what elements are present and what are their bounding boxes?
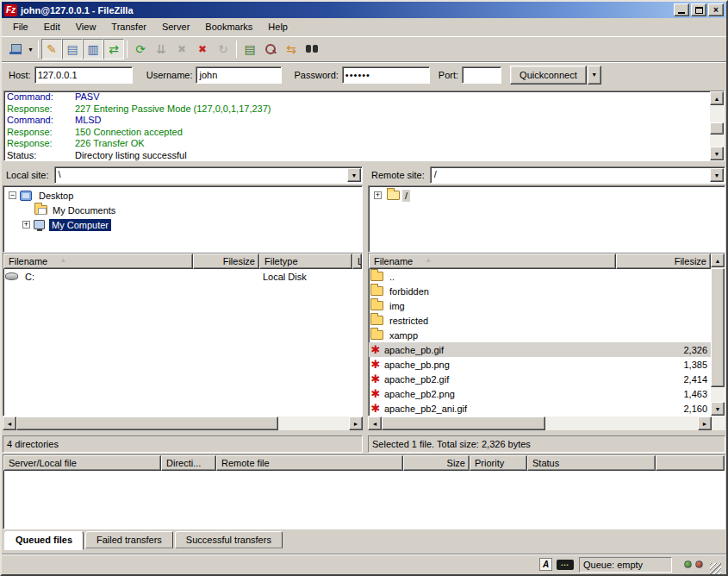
directory-comparison-button[interactable] bbox=[260, 39, 281, 59]
toggle-remote-tree-button[interactable]: ▥ bbox=[83, 39, 103, 59]
column-header-filetype[interactable]: Filetype bbox=[259, 254, 352, 269]
log-vertical-scrollbar[interactable]: ▲ ▼ bbox=[710, 91, 724, 160]
tree-item-desktop[interactable]: − Desktop bbox=[3, 188, 362, 203]
image-file-icon: ✱ bbox=[369, 404, 383, 413]
toolbar: ▼ ✎ ▤ ▥ ⇄ ⟳ ⇊ ✖ ✖ ↻ ▤ ⇆ bbox=[2, 36, 726, 61]
local-file-list[interactable]: Filename▲ Filesize Filetype L C: Local D… bbox=[3, 253, 363, 416]
file-lists: Filename▲ Filesize Filetype L C: Local D… bbox=[2, 253, 726, 416]
menu-edit[interactable]: Edit bbox=[36, 19, 68, 34]
tab-queued-files[interactable]: Queued files bbox=[4, 531, 84, 550]
password-input[interactable] bbox=[342, 66, 430, 84]
reconnect-icon: ↻ bbox=[218, 43, 228, 55]
disconnect-button[interactable]: ✖ bbox=[192, 39, 213, 59]
column-header-status[interactable]: Status bbox=[527, 455, 656, 471]
scroll-down-icon[interactable]: ▼ bbox=[711, 402, 725, 416]
remote-site-combo-arrow[interactable]: ▼ bbox=[710, 168, 724, 182]
scrollbar-thumb[interactable] bbox=[16, 416, 278, 430]
remote-dir-row[interactable]: img bbox=[369, 298, 711, 313]
filter-button[interactable]: ▤ bbox=[240, 39, 260, 59]
local-site-combo[interactable]: \ ▼ bbox=[54, 166, 363, 184]
scroll-up-icon[interactable]: ▲ bbox=[710, 91, 724, 105]
maximize-button[interactable] bbox=[691, 3, 706, 16]
quickconnect-dropdown[interactable]: ▼ bbox=[588, 66, 601, 85]
column-header-filesize[interactable]: Filesize bbox=[616, 254, 711, 269]
column-header-server-local-file[interactable]: Server/Local file bbox=[3, 455, 161, 471]
expand-icon[interactable]: + bbox=[22, 221, 30, 229]
menu-help[interactable]: Help bbox=[260, 19, 296, 34]
remote-site-combo[interactable]: / ▼ bbox=[430, 166, 725, 184]
process-queue-button[interactable]: ⇊ bbox=[151, 39, 171, 59]
quickconnect-button[interactable]: Quickconnect bbox=[510, 66, 587, 85]
transfer-queue[interactable]: Server/Local file Directi... Remote file… bbox=[3, 454, 725, 529]
site-manager-dropdown[interactable]: ▼ bbox=[26, 40, 35, 59]
remote-file-row[interactable]: ✱apache_pb2.png1,463 bbox=[369, 386, 711, 401]
port-input[interactable] bbox=[462, 66, 501, 84]
remote-directory-tree[interactable]: + / bbox=[368, 185, 725, 253]
remote-dir-row[interactable]: restricted bbox=[369, 313, 711, 328]
local-site-combo-arrow[interactable]: ▼ bbox=[347, 168, 361, 182]
column-header-filename[interactable]: Filename▲ bbox=[369, 254, 616, 269]
resize-grip[interactable] bbox=[710, 563, 721, 574]
message-log[interactable]: Command:PASV Response:227 Entering Passi… bbox=[3, 91, 725, 161]
scroll-right-icon[interactable]: ► bbox=[698, 416, 712, 430]
title-bar[interactable]: Fz john@127.0.0.1 - FileZilla × bbox=[2, 2, 726, 18]
column-header-last-modified[interactable]: L bbox=[352, 254, 362, 269]
desktop-icon bbox=[20, 191, 32, 201]
cancel-icon: ✖ bbox=[177, 44, 186, 54]
scrollbar-thumb[interactable] bbox=[711, 268, 725, 387]
tree-item-root[interactable]: + / bbox=[369, 188, 725, 203]
remote-dir-row[interactable]: .. bbox=[369, 269, 711, 284]
remote-file-row[interactable]: ✱apache_pb2_ani.gif2,160 bbox=[369, 401, 711, 416]
menu-server[interactable]: Server bbox=[154, 19, 197, 34]
host-input[interactable] bbox=[34, 66, 133, 84]
toggle-message-log-button[interactable]: ✎ bbox=[41, 39, 62, 59]
column-header-filesize[interactable]: Filesize bbox=[193, 254, 259, 269]
local-horizontal-scrollbar[interactable]: ◄ ► bbox=[3, 416, 363, 430]
cancel-operation-button[interactable]: ✖ bbox=[171, 39, 192, 59]
close-button[interactable]: × bbox=[708, 3, 724, 16]
username-input[interactable] bbox=[196, 66, 282, 84]
scroll-left-icon[interactable]: ◄ bbox=[368, 416, 382, 430]
scroll-right-icon[interactable]: ► bbox=[349, 416, 363, 430]
tree-item-my-documents[interactable]: My Documents bbox=[3, 203, 362, 217]
column-header-direction[interactable]: Directi... bbox=[161, 455, 216, 471]
remote-list-vertical-scrollbar[interactable]: ▲ ▼ bbox=[711, 254, 725, 416]
scroll-down-icon[interactable]: ▼ bbox=[710, 147, 724, 160]
remote-file-row[interactable]: ✱apache_pb2.gif2,414 bbox=[369, 372, 711, 386]
minimize-button[interactable] bbox=[674, 3, 689, 16]
refresh-button[interactable]: ⟳ bbox=[130, 39, 151, 59]
menu-file[interactable]: File bbox=[5, 19, 36, 34]
column-header-size[interactable]: Size bbox=[403, 455, 470, 471]
speed-limit-icon: ••• bbox=[557, 560, 574, 570]
remote-dir-row[interactable]: xampp bbox=[369, 328, 711, 342]
collapse-icon[interactable]: − bbox=[9, 191, 16, 199]
local-file-row[interactable]: C: Local Disk bbox=[3, 269, 362, 284]
tab-failed-transfers[interactable]: Failed transfers bbox=[85, 531, 173, 548]
remote-file-list[interactable]: Filename▲ Filesize .. forbidden img rest… bbox=[368, 253, 725, 416]
column-header-remote-file[interactable]: Remote file bbox=[216, 455, 403, 471]
toggle-local-tree-button[interactable]: ▤ bbox=[62, 39, 83, 59]
tab-successful-transfers[interactable]: Successful transfers bbox=[175, 531, 283, 548]
remote-horizontal-scrollbar[interactable]: ◄ ► bbox=[368, 416, 725, 430]
synchronized-browsing-button[interactable]: ⇆ bbox=[281, 39, 302, 59]
find-files-button[interactable] bbox=[302, 39, 322, 59]
menu-transfer[interactable]: Transfer bbox=[103, 19, 154, 34]
site-manager-button[interactable] bbox=[5, 39, 26, 59]
remote-file-row[interactable]: ✱apache_pb.png1,385 bbox=[369, 357, 711, 372]
column-header-priority[interactable]: Priority bbox=[470, 455, 527, 471]
remote-file-row-selected[interactable]: ✱apache_pb.gif2,326 bbox=[369, 342, 711, 357]
scrollbar-thumb[interactable] bbox=[382, 416, 545, 430]
scroll-up-icon[interactable]: ▲ bbox=[711, 254, 725, 267]
menu-view[interactable]: View bbox=[68, 19, 104, 34]
column-header-filename[interactable]: Filename▲ bbox=[3, 254, 193, 269]
tree-item-my-computer[interactable]: + My Computer bbox=[3, 217, 362, 232]
scroll-left-icon[interactable]: ◄ bbox=[3, 416, 16, 430]
remote-dir-row[interactable]: forbidden bbox=[369, 284, 711, 298]
expand-icon[interactable]: + bbox=[374, 191, 382, 199]
scrollbar-thumb[interactable] bbox=[710, 122, 724, 135]
log-line: Response:227 Entering Passive Mode (127,… bbox=[4, 103, 724, 116]
reconnect-button[interactable]: ↻ bbox=[213, 39, 233, 59]
local-directory-tree[interactable]: − Desktop My Documents + My Computer bbox=[3, 185, 363, 253]
menu-bookmarks[interactable]: Bookmarks bbox=[197, 19, 260, 34]
toggle-transfer-queue-button[interactable]: ⇄ bbox=[103, 39, 124, 59]
